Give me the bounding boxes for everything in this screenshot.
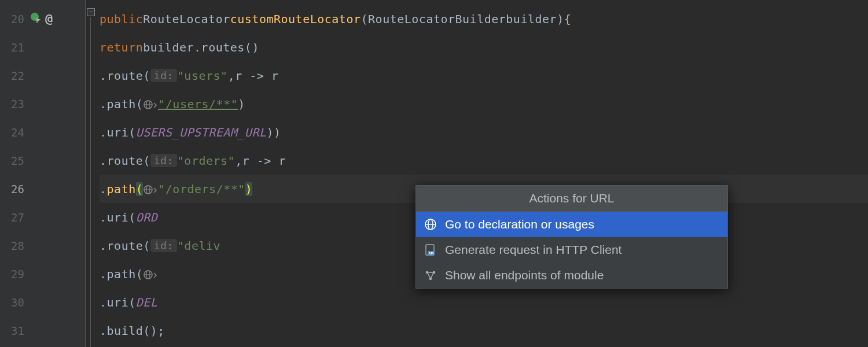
gutter-line-current[interactable]: 26 [0, 175, 86, 203]
svg-line-19 [428, 273, 430, 278]
param-type: RouteLocatorBuilder [368, 12, 506, 26]
method-name: customRouteLocator [230, 12, 361, 26]
code-line[interactable]: .uri(USERS_UPSTREAM_URL)) [100, 118, 868, 146]
inlay-hint: id: [150, 239, 177, 252]
gutter-line[interactable]: 20 @ [0, 5, 86, 33]
string-literal: "deliv [177, 239, 220, 253]
popup-item-label: Generate request in HTTP Client [445, 243, 621, 257]
lambda: r -> r [235, 69, 278, 83]
inlay-hint: id: [150, 69, 177, 82]
method-call: uri [107, 211, 129, 224]
gutter-line[interactable]: 32 [0, 345, 86, 347]
identifier: builder [143, 40, 194, 54]
graph-icon [424, 269, 437, 282]
code-editor: 20 @ 21 22 23 24 25 26 27 28 29 30 31 32… [0, 0, 868, 347]
code-line[interactable]: public RouteLocator customRouteLocator(R… [100, 5, 868, 33]
constant-ref: DEL [136, 296, 158, 309]
constant-ref: ORD [136, 211, 158, 224]
svg-line-20 [431, 273, 433, 278]
code-line[interactable]: .build(); [100, 316, 868, 345]
string-literal: "orders" [177, 154, 235, 168]
gutter-line[interactable]: 27 [0, 203, 86, 231]
gutter-line[interactable]: 23 [0, 90, 86, 118]
inlay-hint: id: [150, 154, 177, 167]
line-number: 23 [7, 98, 24, 110]
brace: { [564, 12, 572, 26]
gutter: 20 @ 21 22 23 24 25 26 27 28 29 30 31 32 [0, 0, 86, 347]
popup-item-show-endpoints[interactable]: Show all endpoints of module [416, 263, 727, 288]
method-call: uri [107, 296, 129, 309]
line-number: 28 [7, 239, 24, 252]
url-gutter-icon[interactable] [143, 182, 158, 196]
type-ref: RouteLocator [143, 12, 230, 26]
code-line[interactable]: return builder.routes() [100, 33, 868, 61]
url-path-literal[interactable]: "/users/**" [158, 97, 238, 111]
fold-toggle-icon[interactable]: − [87, 8, 95, 16]
fold-column: − [86, 0, 96, 347]
fold-guide [90, 17, 91, 347]
code-line[interactable]: .path("/users/**") [100, 90, 868, 118]
string-literal: "users" [177, 69, 228, 83]
popup-title: Actions for URL [416, 186, 727, 212]
matched-paren: ) [245, 182, 253, 196]
line-number: 31 [7, 324, 24, 337]
gutter-line[interactable]: 28 [0, 231, 86, 260]
popup-item-generate-http[interactable]: API Generate request in HTTP Client [416, 237, 727, 263]
svg-text:API: API [428, 252, 434, 255]
url-path-literal[interactable]: "/orders/**" [158, 182, 245, 196]
keyword: public [100, 12, 143, 26]
paren: ( [361, 12, 369, 26]
method-call: path [107, 267, 136, 281]
line-number: 29 [7, 268, 24, 280]
api-icon: API [424, 243, 437, 256]
keyword: return [100, 40, 143, 54]
gutter-line[interactable]: 24 [0, 118, 86, 146]
url-actions-popup: Actions for URL Go to declaration or usa… [415, 185, 728, 289]
method-call: route [107, 239, 144, 253]
gutter-line[interactable]: 21 [0, 33, 86, 61]
url-gutter-icon[interactable] [143, 267, 158, 281]
url-gutter-icon[interactable] [143, 97, 158, 111]
method-call: uri [107, 125, 129, 139]
line-number: 22 [7, 69, 24, 82]
method-call: route [107, 69, 144, 83]
method-call: path [107, 182, 136, 196]
line-number: 30 [7, 296, 24, 309]
popup-item-label: Show all endpoints of module [445, 268, 604, 282]
globe-icon [424, 218, 437, 231]
code-line[interactable]: .uri(DEL [100, 288, 868, 316]
line-number: 24 [7, 126, 24, 139]
lambda: r -> r [242, 154, 286, 168]
method-call: build [107, 324, 144, 338]
line-number: 26 [7, 183, 24, 195]
popup-item-label: Go to declaration or usages [445, 217, 594, 231]
popup-item-goto-declaration[interactable]: Go to declaration or usages [416, 212, 727, 237]
method-call: path [107, 97, 136, 111]
svg-point-18 [429, 278, 432, 280]
paren: ) [557, 12, 564, 26]
line-number: 21 [7, 41, 24, 54]
param-name: builder [506, 12, 557, 26]
line-number: 20 [7, 13, 24, 25]
line-number: 27 [7, 211, 24, 224]
run-bean-icon[interactable] [30, 12, 42, 26]
gutter-line[interactable]: 31 [0, 316, 86, 345]
gutter-line[interactable]: 25 [0, 146, 86, 175]
method-call: routes [201, 40, 245, 54]
gutter-line[interactable]: 22 [0, 61, 86, 90]
code-area[interactable]: public RouteLocator customRouteLocator(R… [86, 0, 868, 347]
matched-paren: ( [136, 182, 144, 196]
gutter-line[interactable]: 30 [0, 288, 86, 316]
constant-ref: USERS_UPSTREAM_URL [136, 125, 267, 139]
spring-bean-icon[interactable]: @ [45, 12, 53, 26]
code-line[interactable]: .route( id: "orders", r -> r [100, 146, 868, 175]
method-call: route [107, 154, 144, 168]
code-line[interactable]: .route( id: "users", r -> r [100, 61, 868, 90]
gutter-line[interactable]: 29 [0, 260, 86, 288]
line-number: 25 [7, 154, 24, 167]
